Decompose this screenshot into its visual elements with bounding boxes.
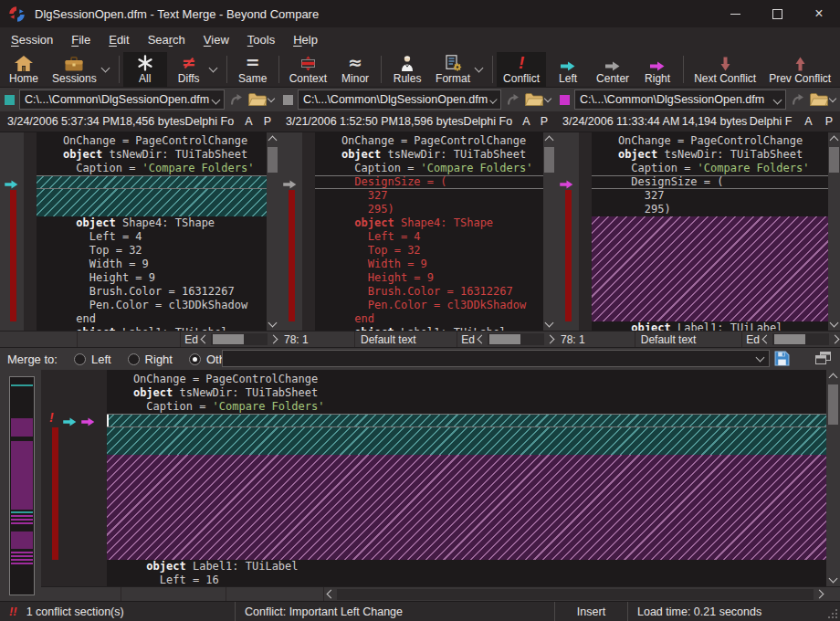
minimap-diff-block (11, 559, 33, 561)
swap-button[interactable] (791, 93, 805, 106)
chevron-down-icon (268, 95, 275, 102)
menu-item-file[interactable]: File (62, 29, 100, 50)
left-code-editor[interactable]: OnChange = PageControlChange object tsNe… (37, 132, 267, 331)
toolbar-button-context[interactable]: Context (283, 52, 333, 87)
status-bar: !! 1 conflict section(s) Conflict: Impor… (0, 601, 840, 621)
code-line: object tsNewDir: TUiTabSheet (592, 148, 828, 162)
toolbar-button-minor[interactable]: ≈Minor (333, 52, 377, 87)
conflict-message-label: Conflict: Important Left Change (245, 605, 403, 618)
minimize-button[interactable] (714, 0, 756, 27)
toolbar-button-center[interactable]: Center (590, 52, 635, 87)
code-line: object Label1: TUiLabel (592, 321, 828, 331)
toolbar-button-sessions[interactable]: Sessions (46, 52, 115, 87)
code-line: Brush.Color = 16312267 (37, 285, 267, 299)
horizontal-scrollbar[interactable] (478, 332, 555, 347)
window-title: DlgSessionOpen.dfm - Text Merge - Beyond… (35, 7, 319, 21)
file-attr-p: P (541, 115, 548, 128)
code-line: 327 (592, 189, 828, 203)
center-file-path-combobox[interactable]: C:\...\Common\DlgSessionOpen.dfm (298, 89, 501, 110)
output-vertical-scrollbar[interactable] (826, 370, 840, 586)
chevron-down-icon[interactable] (475, 64, 484, 73)
minimap-diff-block (11, 384, 33, 386)
toolbar-button-format[interactable]: Format (429, 52, 488, 87)
toolbar-button-conflict[interactable]: !Conflict (497, 52, 546, 87)
missing-lines-hatch-teal (107, 427, 826, 455)
chevron-down-icon[interactable] (208, 64, 217, 73)
menu-item-search[interactable]: Search (139, 29, 194, 50)
merge-to-radio-right[interactable]: Right (128, 353, 173, 366)
toolbar-button-home[interactable]: Home (2, 52, 46, 87)
toolbar-button-diffs[interactable]: ≠Diffs (167, 52, 223, 87)
right-pane-color-swatch (560, 95, 570, 105)
merge-output-editor[interactable]: OnChange = PageControlChange object tsNe… (107, 370, 826, 586)
rules-icon (400, 54, 415, 71)
code-line: object Label1: TUiLabel (107, 560, 826, 574)
horizontal-scrollbar[interactable] (763, 332, 840, 347)
toolbar-button-left[interactable]: Left (546, 52, 590, 87)
take-left-arrow-icon[interactable] (63, 414, 77, 430)
missing-lines-hatch-teal (107, 414, 826, 427)
code-line: Caption = 'Compare Folders' (37, 162, 267, 175)
toolbar-button-prev-conflict[interactable]: Prev Conflict (762, 52, 837, 87)
code-line: end (315, 312, 543, 326)
output-horizontal-scrollbar[interactable] (324, 587, 826, 601)
toolbar-button-same[interactable]: =Same (231, 52, 275, 87)
conflict-section-bar (565, 190, 572, 321)
swap-button[interactable] (506, 93, 520, 106)
code-line: Left = 4 (315, 230, 543, 244)
menu-item-tools[interactable]: Tools (238, 29, 284, 50)
save-output-button[interactable] (774, 351, 790, 370)
toolbar-button-right[interactable]: Right (635, 52, 679, 87)
browse-folder-button[interactable] (810, 93, 835, 106)
browse-folder-button[interactable] (525, 93, 551, 106)
menu-item-help[interactable]: Help (284, 29, 327, 50)
merge-output-combobox[interactable] (222, 350, 770, 367)
take-right-arrow-icon[interactable] (81, 414, 95, 430)
right-pane-header: C:\...\Common\DlgSessionOpen.dfm (555, 88, 840, 111)
resize-grip[interactable] (826, 607, 837, 618)
output-gutter: ! (41, 370, 107, 586)
swap-button[interactable] (229, 93, 244, 106)
right-code-editor[interactable]: OnChange = PageControlChange object tsNe… (592, 132, 828, 331)
arrow-right-cyan-icon (561, 54, 575, 71)
center-code-editor[interactable]: OnChange = PageControlChange object tsNe… (315, 132, 543, 331)
code-line: Top = 32 (315, 244, 543, 258)
menu-item-view[interactable]: View (194, 29, 238, 50)
toolbar-button-rules[interactable]: Rules (385, 52, 429, 87)
center-vertical-scrollbar[interactable] (543, 132, 555, 331)
arrow-down-icon (720, 54, 730, 71)
maximize-button[interactable] (756, 0, 798, 27)
menu-item-session[interactable]: Session (2, 29, 62, 50)
missing-lines-hatch-magenta (592, 216, 828, 321)
folder-icon (810, 93, 828, 106)
close-button[interactable]: × (798, 0, 840, 27)
arrow-right-magenta-icon (650, 54, 665, 71)
merge-to-radio-left[interactable]: Left (74, 353, 111, 366)
browse-folder-button[interactable] (248, 93, 274, 106)
code-line: DesignSize = ( (315, 175, 543, 189)
toolbar-separator (683, 56, 684, 83)
left-vertical-scrollbar[interactable] (267, 132, 278, 331)
scroll-right-icon (546, 335, 555, 344)
code-line: object Shape4: TShape (315, 216, 543, 230)
file-attr-p: P (264, 115, 271, 128)
diff-minimap[interactable] (9, 376, 35, 595)
right-file-path-combobox[interactable]: C:\...\Common\DlgSessionOpen.dfm (574, 89, 786, 110)
left-file-path-combobox[interactable]: C:\...\Common\DlgSessionOpen.dfm (19, 89, 225, 110)
toolbar-button-next-conflict[interactable]: Next Conflict (688, 52, 762, 87)
file-attr-a: A (522, 115, 530, 128)
file-date: 3/24/2006 5:37:34 PM (7, 115, 120, 128)
right-vertical-scrollbar[interactable] (828, 132, 840, 331)
title-bar: DlgSessionOpen.dfm - Text Merge - Beyond… (0, 0, 840, 27)
code-line: OnChange = PageControlChange (37, 134, 267, 148)
minimap-diff-block (11, 511, 33, 513)
center-editor-pane: OnChange = PageControlChange object tsNe… (278, 132, 555, 331)
code-line: Left = 4 (37, 230, 267, 244)
chevron-down-icon[interactable] (100, 64, 110, 73)
file-path-value: C:\...\Common\DlgSessionOpen.dfm (25, 93, 209, 106)
toolbar-button-all[interactable]: All (123, 52, 167, 87)
horizontal-scrollbar[interactable] (202, 332, 278, 347)
menu-item-edit[interactable]: Edit (100, 29, 138, 50)
merge-to-bar: Merge to: LeftRightOther: (0, 347, 840, 370)
layout-panes-button[interactable] (815, 352, 831, 369)
